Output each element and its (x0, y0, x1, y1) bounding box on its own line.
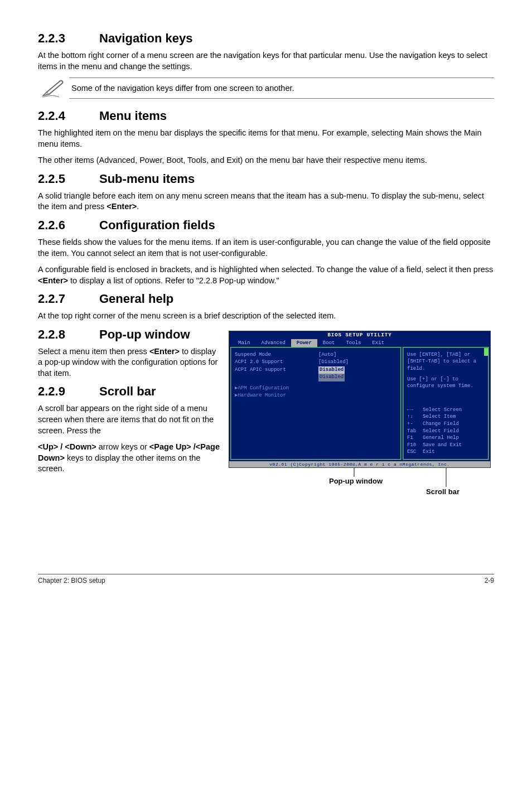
bios-row-suspend[interactable]: Suspend Mode [Auto] (235, 351, 397, 359)
bios-key-selectitem-label: Select Item (423, 413, 456, 421)
bios-row-apm[interactable]: ▶ APM Configuration (235, 385, 397, 393)
heading-225-num: 2.2.5 (38, 172, 99, 186)
para-228-1a: Select a menu item then press (38, 347, 149, 356)
heading-227-title: General help (99, 292, 173, 306)
heading-229: 2.2.9Scroll bar (38, 384, 222, 399)
para-226-2: A configurable field is enclosed in brac… (38, 264, 494, 286)
para-226-2b: <Enter> (38, 276, 68, 285)
heading-227-num: 2.2.7 (38, 292, 99, 306)
bios-popup-opt1[interactable]: Disabled (318, 366, 345, 374)
para-225-1c: . (137, 202, 139, 211)
plusminus-icon: +- (407, 421, 423, 428)
para-229-2: <Up> / <Down> arrow keys or <Page Up> /<… (38, 442, 222, 475)
bios-row-acpi20[interactable]: ACPI 2.0 Support [Disabled] (235, 359, 397, 366)
para-224-2: The other items (Advanced, Power, Boot, … (38, 155, 494, 166)
note-text: Some of the navigation keys differ from … (69, 78, 494, 99)
heading-226-title: Configuration fields (99, 218, 215, 232)
para-226-1: These fields show the values for the men… (38, 237, 494, 259)
bios-popup-opt2[interactable]: Disabled (318, 374, 345, 381)
para-223-1: At the bottom right corner of a menu scr… (38, 50, 494, 72)
bios-row-apm-label: APM Configuration (238, 385, 289, 393)
bios-key-selectfield-label: Select Field (423, 428, 459, 435)
bios-key-changefield-label: Change Field (423, 421, 459, 428)
para-226-2c: to display a list of options. Refer to "… (68, 276, 279, 285)
bios-screenshot: BIOS SETUP UTILITY Main Advanced Power B… (229, 331, 494, 496)
heading-229-num: 2.2.9 (38, 384, 99, 399)
heading-227: 2.2.7General help (38, 292, 494, 306)
bios-row-hwmon[interactable]: ▶ Hardware Monitor (235, 392, 397, 400)
heading-225: 2.2.5Sub-menu items (38, 172, 494, 186)
bios-scrollbar[interactable] (484, 348, 489, 356)
bios-help-1: Use [ENTER], [TAB] or [SHIFT-TAB] to sel… (407, 351, 485, 373)
bios-key-saveexit-label: Save and Exit (423, 442, 462, 449)
bios-key-selectscreen: ←→Select Screen (407, 407, 485, 414)
bios-key-saveexit: F10Save and Exit (407, 442, 485, 449)
f10-key-label: F10 (407, 442, 423, 449)
bios-key-generalhelp: F1General Help (407, 434, 485, 442)
heading-228: 2.2.8Pop-up window (38, 327, 222, 342)
bios-footer: v02.61 (C)Copyright 1985-2008,A m e r i … (229, 461, 490, 467)
heading-224-title: Menu items (99, 109, 167, 123)
bios-tab-tools[interactable]: Tools (340, 339, 366, 347)
bios-key-selectitem: ↑↓Select Item (407, 413, 485, 421)
heading-224-num: 2.2.4 (38, 109, 99, 123)
bios-row-acpi20-value: [Disabled] (318, 359, 349, 366)
arrows-ud-icon: ↑↓ (407, 413, 423, 421)
bios-left-pane: Suspend Mode [Auto] ACPI 2.0 Support [Di… (230, 347, 402, 460)
bios-tab-advanced[interactable]: Advanced (256, 339, 291, 347)
bios-row-hwmon-label: Hardware Monitor (238, 392, 286, 400)
footer-left: Chapter 2: BIOS setup (38, 577, 105, 584)
bios-tab-power[interactable]: Power (291, 339, 317, 347)
footer-right: 2-9 (485, 577, 494, 584)
bios-key-selectfield: TabSelect Field (407, 428, 485, 435)
bios-tabs: Main Advanced Power Boot Tools Exit (229, 339, 490, 347)
heading-223-title: Navigation keys (99, 31, 193, 45)
note-row: Some of the navigation keys differ from … (38, 78, 494, 99)
arrows-lr-icon: ←→ (407, 407, 423, 414)
para-228-1b: <Enter> (149, 347, 180, 356)
bios-help-2: Use [+] or [-] to configure system Time. (407, 376, 485, 390)
bios-key-exit-label: Exit (423, 448, 435, 456)
para-225-1: A solid triangle before each item on any… (38, 191, 494, 212)
para-226-2a: A configurable field is enclosed in brac… (38, 265, 493, 274)
para-228-1: Select a menu item then press <Enter> to… (38, 346, 222, 379)
bios-tab-main[interactable]: Main (233, 339, 256, 347)
bios-key-generalhelp-label: General Help (423, 434, 459, 442)
esc-key-label: ESC (407, 448, 423, 456)
bios-row-suspend-label: Suspend Mode (235, 351, 318, 359)
bios-row-suspend-value: [Auto] (318, 351, 336, 359)
para-225-1b: <Enter> (107, 202, 137, 211)
bios-key-changefield: +-Change Field (407, 421, 485, 428)
heading-226: 2.2.6Configuration fields (38, 218, 494, 233)
heading-223-num: 2.2.3 (38, 31, 99, 46)
para-224-1: The highlighted item on the menu bar dis… (38, 128, 494, 149)
heading-228-num: 2.2.8 (38, 327, 99, 342)
para-229-2b: arrow keys or (96, 442, 149, 451)
bios-tab-exit[interactable]: Exit (366, 339, 390, 347)
page-footer: Chapter 2: BIOS setup 2-9 (38, 574, 494, 584)
tab-key-label: Tab (407, 428, 423, 435)
para-227-1: At the top right corner of the menu scre… (38, 311, 494, 322)
heading-228-title: Pop-up window (99, 327, 190, 341)
bios-title: BIOS SETUP UTILITY (229, 331, 490, 339)
bios-row-acpiapic-label: ACPI APIC support (235, 366, 318, 381)
bios-row-acpiapic[interactable]: ACPI APIC support Disabled Disabled (235, 366, 397, 381)
bios-right-pane: Use [ENTER], [TAB] or [SHIFT-TAB] to sel… (403, 347, 489, 460)
callout-scroll-bar: Scroll bar (229, 487, 494, 496)
para-225-1a: A solid triangle before each item on any… (38, 191, 484, 211)
heading-223: 2.2.3Navigation keys (38, 31, 494, 46)
para-229-1: A scroll bar appears on the right side o… (38, 403, 222, 436)
callout-popup-window: Pop-up window (229, 477, 494, 485)
heading-229-title: Scroll bar (99, 384, 156, 398)
bios-key-selectscreen-label: Select Screen (423, 407, 462, 414)
bios-key-exit: ESCExit (407, 448, 485, 456)
para-229-2a: <Up> / <Down> (38, 442, 96, 451)
bios-row-acpi20-label: ACPI 2.0 Support (235, 359, 318, 366)
bios-popup[interactable]: Disabled Disabled (318, 366, 345, 381)
heading-226-num: 2.2.6 (38, 218, 99, 233)
heading-224: 2.2.4Menu items (38, 109, 494, 123)
heading-225-title: Sub-menu items (99, 172, 195, 186)
bios-tab-boot[interactable]: Boot (317, 339, 341, 347)
pencil-icon (38, 79, 69, 98)
f1-key-label: F1 (407, 434, 423, 442)
